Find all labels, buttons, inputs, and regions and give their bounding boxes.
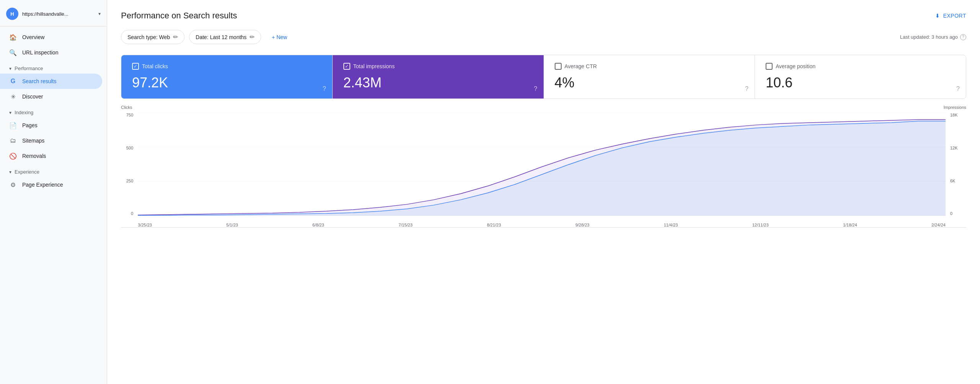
y-axis-right-label: Impressions: [944, 105, 966, 110]
date-filter[interactable]: Date: Last 12 months ✏: [189, 30, 261, 44]
y-right-18k: 18K: [950, 113, 958, 117]
site-selector[interactable]: H https://hillsandvalle... ▾: [0, 5, 107, 26]
checkbox-clicks[interactable]: ✓: [132, 63, 139, 70]
checkbox-position[interactable]: [766, 63, 773, 70]
sidebar: H https://hillsandvalle... ▾ 🏠 Overview …: [0, 0, 107, 384]
download-icon: ⬇: [935, 13, 940, 19]
filters-row: Search type: Web ✏ Date: Last 12 months …: [121, 30, 966, 44]
collapse-icon-3: ▾: [9, 169, 11, 175]
search-icon: 🔍: [9, 49, 17, 56]
help-icon-position: ?: [956, 85, 960, 92]
help-icon-impressions: ?: [534, 85, 537, 92]
search-type-filter[interactable]: Search type: Web ✏: [121, 30, 185, 44]
google-g-icon: G: [9, 77, 17, 85]
y-left-750: 750: [126, 113, 133, 117]
metric-label-ctr: Average CTR: [565, 63, 597, 69]
site-url: https://hillsandvalle...: [22, 11, 95, 17]
y-axis-right: Impressions 18K 12K 6K 0: [947, 113, 966, 216]
x-label-3: 6/8/23: [312, 223, 324, 227]
x-label-4: 7/15/23: [399, 223, 413, 227]
performance-section-header[interactable]: ▾ Performance: [0, 60, 107, 74]
metric-card-header-ctr: Average CTR: [555, 63, 744, 70]
metric-label-clicks: Total clicks: [142, 63, 168, 69]
x-label-2: 5/1/23: [226, 223, 238, 227]
x-label-6: 9/28/23: [575, 223, 590, 227]
page-title: Performance on Search results: [121, 11, 237, 21]
sidebar-item-page-experience[interactable]: ⚙ Page Experience: [0, 177, 102, 192]
y-right-12k: 12K: [950, 146, 958, 150]
help-icon-clicks: ?: [323, 85, 326, 92]
y-left-0: 0: [131, 211, 133, 216]
sidebar-item-removals-label: Removals: [22, 153, 46, 159]
y-left-500: 500: [126, 146, 133, 150]
edit-icon: ✏: [173, 33, 178, 41]
checkbox-impressions[interactable]: ✓: [343, 63, 350, 70]
pages-icon: 📄: [9, 121, 17, 129]
metric-card-avg-ctr[interactable]: Average CTR 4% ?: [544, 55, 755, 98]
sidebar-item-overview-label: Overview: [22, 34, 44, 40]
x-label-1: 3/25/23: [138, 223, 152, 227]
sitemaps-icon: 🗂: [9, 137, 17, 144]
metric-cards: ✓ Total clicks 97.2K ? ✓ Total impressio…: [121, 55, 966, 99]
sidebar-item-page-experience-label: Page Experience: [22, 182, 63, 188]
home-icon: 🏠: [9, 33, 17, 41]
collapse-icon: ▾: [9, 66, 11, 71]
date-label: Date: Last 12 months: [196, 34, 247, 40]
sidebar-item-removals[interactable]: 🚫 Removals: [0, 148, 102, 164]
metric-label-position: Average position: [776, 63, 815, 69]
removals-icon: 🚫: [9, 152, 17, 160]
last-updated: Last updated: 3 hours ago ?: [900, 34, 966, 40]
sidebar-item-search-results-label: Search results: [22, 78, 56, 84]
x-label-5: 8/21/23: [487, 223, 501, 227]
chart-container: Clicks 750 500 250 0 Impressions 18K 12K…: [121, 107, 966, 234]
y-left-250: 250: [126, 179, 133, 183]
x-label-7: 11/4/23: [664, 223, 678, 227]
main-content: Performance on Search results ⬇ EXPORT S…: [107, 0, 980, 384]
y-axis-left: Clicks 750 500 250 0: [121, 113, 136, 216]
sidebar-item-url-inspection-label: URL inspection: [22, 49, 58, 56]
help-icon-ctr: ?: [745, 85, 748, 92]
export-button[interactable]: ⬇ EXPORT: [935, 13, 966, 19]
sidebar-item-pages[interactable]: 📄 Pages: [0, 118, 102, 133]
experience-section-label: Experience: [15, 169, 39, 175]
new-filter-button[interactable]: + New: [266, 31, 293, 43]
search-type-label: Search type: Web: [127, 34, 170, 40]
y-right-6k: 6K: [950, 179, 955, 183]
sidebar-item-sitemaps-label: Sitemaps: [22, 138, 44, 144]
page-header: Performance on Search results ⬇ EXPORT: [121, 11, 966, 21]
sidebar-item-search-results[interactable]: G Search results: [0, 74, 102, 89]
x-label-10: 2/24/24: [931, 223, 946, 227]
chart-area: Clicks 750 500 250 0 Impressions 18K 12K…: [121, 113, 966, 228]
metric-value-ctr: 4%: [555, 74, 744, 91]
metric-card-header-clicks: ✓ Total clicks: [132, 63, 322, 70]
sidebar-item-pages-label: Pages: [22, 122, 38, 128]
page-experience-icon: ⚙: [9, 181, 17, 189]
sidebar-item-overview[interactable]: 🏠 Overview: [0, 30, 102, 45]
metric-card-header-position: Average position: [766, 63, 955, 70]
chart-svg: [138, 113, 946, 216]
dropdown-arrow-icon: ▾: [98, 11, 101, 16]
site-avatar: H: [6, 8, 18, 20]
collapse-icon-2: ▾: [9, 110, 11, 115]
performance-section-label: Performance: [15, 66, 43, 71]
sidebar-item-url-inspection[interactable]: 🔍 URL inspection: [0, 45, 102, 60]
metric-value-clicks: 97.2K: [132, 74, 322, 91]
metric-card-total-impressions[interactable]: ✓ Total impressions 2.43M ?: [333, 55, 544, 98]
experience-section-header[interactable]: ▾ Experience: [0, 164, 107, 177]
x-label-8: 12/11/23: [752, 223, 769, 227]
indexing-section-header[interactable]: ▾ Indexing: [0, 104, 107, 118]
metric-card-avg-position[interactable]: Average position 10.6 ?: [755, 55, 966, 98]
x-label-9: 1/18/24: [843, 223, 857, 227]
y-right-0: 0: [950, 211, 952, 216]
metric-value-position: 10.6: [766, 74, 955, 91]
x-axis: 3/25/23 5/1/23 6/8/23 7/15/23 8/21/23 9/…: [138, 220, 946, 227]
metric-value-impressions: 2.43M: [343, 74, 533, 91]
metric-card-total-clicks[interactable]: ✓ Total clicks 97.2K ?: [121, 55, 333, 98]
discover-icon: ✳: [9, 93, 17, 100]
sidebar-item-sitemaps[interactable]: 🗂 Sitemaps: [0, 133, 102, 148]
edit-icon-2: ✏: [250, 33, 255, 41]
sidebar-item-discover[interactable]: ✳ Discover: [0, 89, 102, 104]
sidebar-item-discover-label: Discover: [22, 94, 43, 100]
metric-card-header-impressions: ✓ Total impressions: [343, 63, 533, 70]
checkbox-ctr[interactable]: [555, 63, 562, 70]
